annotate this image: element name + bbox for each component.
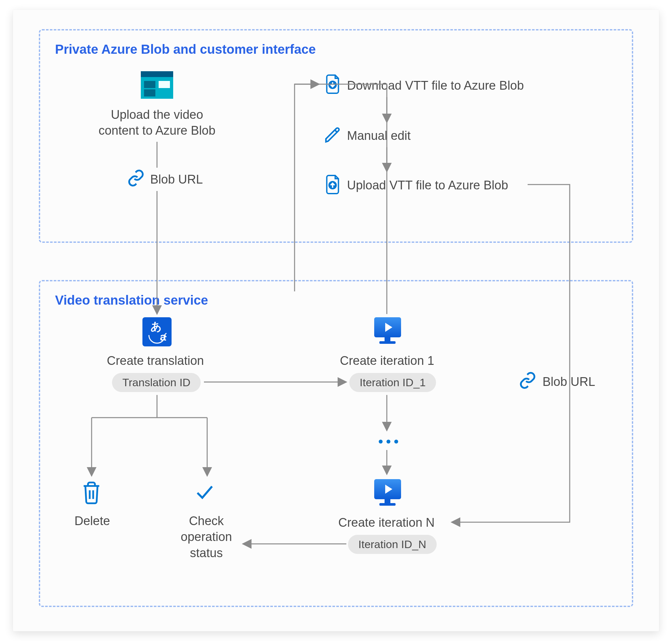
delete-label: Delete: [74, 513, 110, 529]
section1-title: Private Azure Blob and customer interfac…: [55, 42, 316, 57]
svg-rect-3: [159, 81, 170, 88]
checkmark-icon: [193, 482, 215, 502]
svg-rect-12: [379, 341, 396, 344]
svg-rect-4: [144, 90, 155, 96]
svg-rect-0: [141, 71, 173, 77]
translation-icon: あ a: [142, 317, 172, 346]
upload-vtt-label: Upload VTT file to Azure Blob: [347, 177, 508, 193]
file-upload-icon: [324, 175, 342, 194]
file-download-icon: [324, 74, 342, 94]
section2-title: Video translation service: [55, 293, 208, 308]
create-iterN-label: Create iteration N: [338, 515, 435, 531]
svg-rect-11: [385, 337, 390, 341]
download-vtt-label: Download VTT file to Azure Blob: [347, 78, 524, 94]
svg-rect-15: [379, 503, 396, 506]
iter-idN-pill: Iteration ID_N: [348, 535, 437, 554]
ellipsis-icon: [379, 440, 398, 444]
monitor-play-icon-1: [372, 316, 403, 346]
diagram-canvas: Private Azure Blob and customer interfac…: [13, 10, 659, 631]
trash-icon: [81, 481, 102, 505]
check-status-label: Check operation status: [178, 513, 235, 561]
create-translation-label: Create translation: [107, 353, 204, 369]
blob-url-top-label: Blob URL: [150, 172, 203, 188]
monitor-play-icon-n: [372, 478, 403, 508]
blob-url-right-label: Blob URL: [543, 374, 595, 390]
svg-rect-14: [385, 499, 390, 503]
svg-rect-2: [144, 81, 155, 88]
dashboard-icon: [141, 71, 173, 99]
create-iter1-label: Create iteration 1: [340, 353, 435, 369]
link-icon-2: [518, 372, 537, 388]
upload-video-label: Upload the video content to Azure Blob: [97, 107, 217, 139]
pencil-icon: [324, 126, 342, 144]
iter-id1-pill: Iteration ID_1: [349, 373, 436, 392]
manual-edit-label: Manual edit: [347, 128, 410, 144]
link-icon: [126, 170, 146, 186]
section-video-translation: [39, 280, 633, 607]
translation-id-pill: Translation ID: [112, 373, 201, 392]
